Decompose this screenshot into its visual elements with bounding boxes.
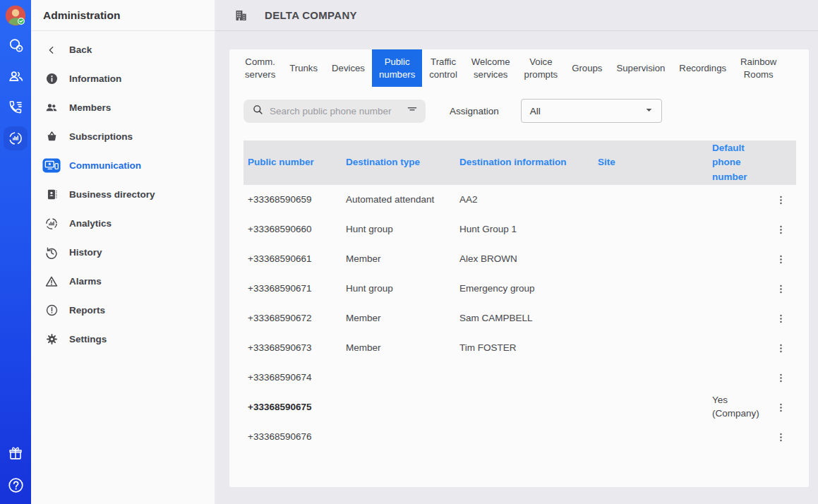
settings-icon	[42, 332, 61, 346]
app-window: Administration Back Information Members	[0, 0, 818, 504]
tab[interactable]: Supervision	[609, 49, 672, 87]
tab-label: Groups	[572, 62, 602, 74]
cell-destination-information: Sam CAMPBELL	[459, 312, 598, 325]
tab-bar: Comm. servers Trunks Devices Public numb…	[229, 49, 809, 87]
channels-icon[interactable]	[4, 126, 28, 150]
tab[interactable]: Trunks	[282, 49, 325, 87]
cell-public-number: +33368590674	[248, 371, 346, 385]
cell-default-phone-number: Yes (Company)	[712, 394, 772, 421]
table-row: +33368590671 Hunt group Emergency group	[243, 274, 796, 304]
sidebar-item[interactable]: Business directory	[31, 180, 215, 209]
table-row: +33368590661 Member Alex BROWN	[243, 244, 796, 274]
tab-label: Trunks	[289, 62, 318, 74]
column-header[interactable]: Site	[598, 155, 712, 169]
cell-public-number: +33368590661	[248, 253, 346, 266]
tab[interactable]: Recordings	[672, 49, 733, 87]
cell-row-actions	[772, 400, 796, 416]
assignation-label: Assignation	[450, 106, 499, 116]
tab-label: Recordings	[679, 62, 726, 74]
subscriptions-icon	[42, 130, 61, 143]
table-body: +33368590659 Automated attendant AA2 +33…	[229, 185, 809, 487]
sidebar-item[interactable]: Settings	[31, 325, 215, 354]
table-row: +33368590672 Member Sam CAMPBELL	[243, 304, 796, 333]
column-header[interactable]: Default phone number	[712, 141, 772, 184]
contacts-icon[interactable]	[4, 64, 28, 88]
sidebar-item[interactable]: Subscriptions	[31, 122, 215, 151]
assignation-select[interactable]: All	[521, 99, 662, 123]
search-input[interactable]	[270, 106, 406, 116]
row-menu-icon[interactable]	[773, 340, 789, 356]
tab[interactable]: Groups	[565, 49, 609, 87]
table-row: +33368590674	[243, 363, 796, 392]
row-menu-icon[interactable]	[773, 311, 789, 327]
info-icon	[42, 72, 61, 85]
search-field[interactable]	[243, 100, 426, 123]
row-menu-icon[interactable]	[773, 429, 789, 445]
gift-icon[interactable]	[4, 442, 28, 466]
sidebar-item[interactable]: Communication	[31, 151, 215, 180]
column-header[interactable]: Destination type	[346, 155, 459, 169]
sidebar-item[interactable]: Reports	[31, 296, 215, 325]
cell-public-number: +33368590675	[248, 401, 346, 414]
tab[interactable]: Public numbers	[372, 49, 422, 87]
column-header[interactable]: Destination information	[459, 155, 598, 169]
tab-label: Voice prompts	[524, 56, 558, 80]
calls-icon[interactable]	[4, 95, 28, 119]
sidebar-title: Administration	[43, 9, 120, 22]
sidebar-item-label: History	[69, 247, 102, 258]
sidebar-item-label: Business directory	[69, 189, 155, 200]
cell-public-number: +33368590660	[248, 223, 346, 236]
row-menu-icon[interactable]	[773, 370, 789, 386]
sidebar-item[interactable]: Analytics	[31, 209, 215, 238]
alarms-icon	[42, 275, 61, 289]
cell-public-number: +33368590659	[248, 193, 346, 207]
cell-destination-type: Hunt group	[346, 282, 459, 296]
cell-destination-type: Automated attendant	[346, 193, 459, 207]
row-menu-icon[interactable]	[773, 251, 789, 268]
row-menu-icon[interactable]	[773, 192, 789, 208]
table-header: Public number Destination type Destinati…	[243, 140, 796, 185]
sidebar-header: Administration	[31, 0, 215, 31]
conversations-icon[interactable]	[4, 33, 28, 57]
analytics-icon	[42, 217, 61, 231]
tab-label: Public numbers	[379, 56, 415, 80]
sidebar-item[interactable]: Information	[31, 64, 215, 93]
cell-destination-information: Hunt Group 1	[459, 223, 598, 236]
cell-row-actions	[772, 429, 796, 445]
cell-public-number: +33368590676	[248, 431, 346, 444]
sidebar-item-label: Reports	[69, 305, 105, 316]
history-icon	[42, 246, 61, 260]
row-menu-icon[interactable]	[773, 222, 789, 238]
assignation-value: All	[530, 106, 541, 116]
company-name: DELTA COMPANY	[265, 9, 357, 21]
sidebar-item[interactable]: Back	[31, 35, 215, 64]
table-row: +33368590675 Yes (Company)	[243, 392, 796, 422]
sidebar-item[interactable]: Members	[31, 93, 215, 122]
help-icon[interactable]	[4, 473, 28, 497]
tab[interactable]: Comm. servers	[238, 49, 282, 87]
cell-destination-information: AA2	[459, 193, 598, 207]
column-header[interactable]: Public number	[248, 155, 346, 169]
sidebar-item-label: Settings	[69, 334, 107, 344]
tab[interactable]: Voice prompts	[517, 49, 565, 87]
tab[interactable]: Rainbow Rooms	[733, 49, 783, 87]
table-row: +33368590659 Automated attendant AA2	[243, 185, 796, 215]
filter-icon[interactable]	[406, 103, 419, 119]
cell-row-actions	[772, 311, 796, 327]
tab[interactable]: Traffic control	[422, 49, 464, 87]
tab[interactable]: Welcome services	[464, 49, 517, 87]
sidebar-item[interactable]: History	[31, 238, 215, 267]
tab[interactable]: Devices	[325, 49, 372, 87]
row-menu-icon[interactable]	[773, 281, 789, 297]
caret-down-icon	[642, 103, 656, 119]
company-header: DELTA COMPANY	[215, 0, 818, 31]
sidebar-item[interactable]: Alarms	[31, 267, 215, 296]
tab-label: Supervision	[616, 62, 665, 74]
cell-destination-type: Hunt group	[346, 223, 459, 236]
user-avatar[interactable]	[5, 5, 26, 26]
cell-row-actions	[772, 281, 796, 297]
cell-row-actions	[772, 192, 796, 208]
row-menu-icon[interactable]	[773, 400, 789, 416]
cell-destination-information: Tim FOSTER	[459, 342, 598, 355]
cell-public-number: +33368590671	[248, 282, 346, 296]
